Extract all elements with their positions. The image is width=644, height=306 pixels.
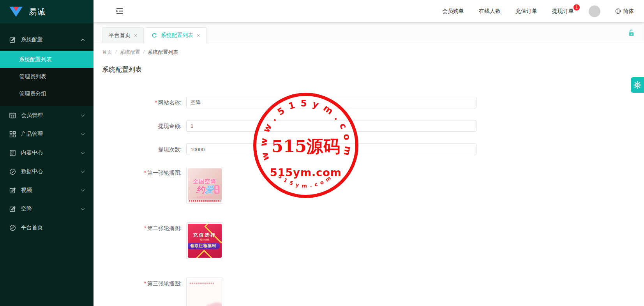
chevron-up-icon	[81, 39, 85, 43]
app-logo[interactable]: 易诚	[0, 0, 94, 23]
field-label: 提现次数:	[102, 143, 186, 155]
site-name-input[interactable]	[186, 97, 476, 108]
settings-fab[interactable]	[631, 77, 644, 93]
close-icon[interactable]: ×	[197, 33, 200, 38]
nav-member-orders[interactable]: 会员购单	[442, 8, 464, 15]
sidebar-item-label: 视频	[21, 187, 32, 194]
form-row-banner-3: *第三张轮播图:	[102, 278, 644, 306]
table-icon	[9, 112, 16, 119]
field-label: 第三张轮播图:	[147, 280, 182, 287]
sidebar-item-label: 会员管理	[21, 112, 43, 119]
sidebar-submenu: 系统配置列表 管理员列表 管理员分组	[0, 49, 94, 106]
sidebar-item-label: 空降	[21, 205, 32, 212]
chevron-down-icon	[81, 150, 85, 154]
chevron-down-icon	[81, 169, 85, 173]
required-mark: *	[144, 280, 146, 287]
form-row-banner-1: *第一张轮播图: 全国空降 约爱 基地 — 百城靓女等你约 —	[102, 167, 644, 204]
page-title: 系统配置列表	[102, 65, 644, 74]
app-title: 易诚	[29, 7, 46, 17]
required-mark: *	[155, 99, 157, 106]
banner-1-image: 全国空降 约爱 基地 — 百城靓女等你约 —	[188, 168, 222, 202]
edit-square-icon	[9, 37, 16, 43]
withdraw-badge: 1	[573, 4, 580, 11]
breadcrumb: 首页 / 系统配置 / 系统配置列表	[102, 49, 644, 56]
avatar[interactable]	[589, 5, 600, 17]
circle-slash-icon	[9, 225, 16, 231]
chevron-down-icon	[81, 207, 85, 210]
banner-2-thumbnail[interactable]: 充值选择 银行转账 领取巨额福利	[186, 222, 223, 259]
sidebar-menu: 系统配置 系统配置列表 管理员列表 管理员分组 会员管理 产品管理	[0, 23, 94, 237]
sidebar-item-label: 产品管理	[21, 131, 43, 138]
circle-check-icon	[9, 168, 16, 175]
chevron-down-icon	[81, 132, 85, 136]
breadcrumb-current: 系统配置列表	[148, 49, 178, 56]
field-label: 第一张轮播图:	[147, 170, 182, 176]
form-row-site-name: *网站名称:	[102, 97, 644, 108]
sidebar-item-system-config[interactable]: 系统配置	[0, 30, 94, 49]
form-row-banner-2: *第二张轮播图: 充值选择 银行转账 领取巨额福利	[102, 222, 644, 259]
withdraw-times-input[interactable]	[186, 143, 476, 155]
breadcrumb-system-config[interactable]: 系统配置	[120, 49, 140, 56]
sidebar-item-label: 数据中心	[21, 168, 43, 175]
banner-1-thumbnail[interactable]: 全国空降 约爱 基地 — 百城靓女等你约 —	[186, 167, 223, 204]
main-area: 会员购单 在线人数 充值订单 提现订单 1 简体 平台首页 ×	[94, 0, 644, 306]
sidebar-item-platform-home[interactable]: 平台首页	[0, 218, 94, 237]
unlock-icon[interactable]	[628, 29, 635, 38]
tab-bar: 平台首页 × 系统配置列表 ×	[94, 22, 644, 43]
form-row-withdraw-amount: 提现金额:	[102, 120, 644, 132]
sidebar-item-video[interactable]: 视频	[0, 181, 94, 200]
config-form: *网站名称: 提现金额: 提现次数: *第一张轮播图: 全国空降 约爱 基地	[102, 97, 644, 306]
withdraw-amount-input[interactable]	[186, 120, 476, 132]
field-label: 第二张轮播图:	[147, 225, 182, 231]
edit-square-icon	[9, 187, 16, 194]
breadcrumb-home[interactable]: 首页	[102, 49, 112, 56]
chevron-down-icon	[81, 113, 85, 117]
vue-logo-icon	[9, 7, 23, 17]
tab-system-config-list[interactable]: 系统配置列表 ×	[145, 27, 206, 43]
banner-3-image	[188, 279, 222, 306]
sidebar-item-label: 平台首页	[21, 224, 43, 231]
topbar-nav: 会员购单 在线人数 充值订单 提现订单 1 简体	[442, 5, 634, 17]
sidebar-item-label: 内容中心	[21, 149, 43, 156]
language-switch[interactable]: 简体	[615, 8, 634, 15]
field-label: 提现金额:	[102, 120, 186, 132]
sidebar-item-members[interactable]: 会员管理	[0, 106, 94, 125]
sidebar-item-products[interactable]: 产品管理	[0, 125, 94, 143]
page-content: 首页 / 系统配置 / 系统配置列表 系统配置列表 *网站名称: 提现金额: 提…	[94, 44, 644, 306]
refresh-icon[interactable]	[152, 33, 157, 38]
close-icon[interactable]: ×	[134, 33, 137, 38]
required-mark: *	[144, 170, 146, 176]
topbar: 会员购单 在线人数 充值订单 提现订单 1 简体	[94, 0, 644, 22]
chevron-down-icon	[81, 188, 85, 192]
required-mark: *	[144, 225, 146, 231]
sidebar-subitem-config-list[interactable]: 系统配置列表	[0, 51, 94, 68]
sidebar-subitem-admin-list[interactable]: 管理员列表	[0, 68, 94, 85]
globe-icon	[615, 8, 621, 14]
language-label: 简体	[623, 8, 634, 15]
sidebar-item-airdrop[interactable]: 空降	[0, 200, 94, 218]
gear-icon	[633, 81, 642, 89]
grid-icon	[9, 131, 16, 138]
nav-online-users[interactable]: 在线人数	[479, 8, 501, 15]
document-icon	[9, 150, 16, 156]
banner-3-thumbnail[interactable]	[186, 278, 223, 306]
sidebar-item-data-center[interactable]: 数据中心	[0, 162, 94, 181]
nav-withdraw-orders[interactable]: 提现订单 1	[552, 8, 574, 15]
form-row-withdraw-times: 提现次数:	[102, 143, 644, 155]
sidebar-item-label: 系统配置	[21, 36, 43, 43]
sidebar-subitem-admin-group[interactable]: 管理员分组	[0, 85, 94, 102]
sidebar: 易诚 系统配置 系统配置列表 管理员列表 管理员分组 会员管理 产品管理	[0, 0, 94, 306]
field-label: 网站名称:	[158, 99, 182, 106]
edit-square-icon	[9, 206, 16, 212]
nav-recharge-orders[interactable]: 充值订单	[515, 8, 537, 15]
tab-platform-home[interactable]: 平台首页 ×	[102, 27, 144, 43]
collapse-sidebar-icon[interactable]	[115, 8, 124, 14]
banner-2-image: 充值选择 银行转账 领取巨额福利	[188, 224, 222, 258]
sidebar-item-content-center[interactable]: 内容中心	[0, 143, 94, 162]
banner-1-badge: 基地	[214, 185, 219, 194]
